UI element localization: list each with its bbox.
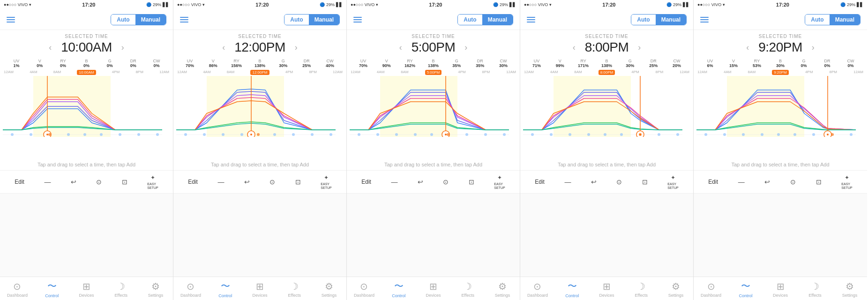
svg-point-19: [184, 133, 187, 136]
nav-devices[interactable]: ⊞ Devices: [248, 281, 271, 298]
auto-button[interactable]: Auto: [631, 15, 655, 25]
time-prev-button[interactable]: ‹: [571, 43, 577, 52]
menu-button[interactable]: [527, 17, 535, 22]
manual-button[interactable]: Manual: [830, 15, 860, 25]
time-prev-button[interactable]: ‹: [744, 43, 751, 52]
edit-button[interactable]: Edit: [708, 179, 718, 185]
nav-control[interactable]: 〜 Control: [561, 280, 584, 298]
edit-button[interactable]: Edit: [188, 179, 198, 185]
nav-settings[interactable]: ⚙ Settings: [665, 281, 687, 298]
nav-dashboard[interactable]: ⊙ Dashboard: [700, 281, 722, 298]
channel-item-4: G 30%: [277, 59, 290, 68]
channel-name-5: DR: [127, 59, 140, 63]
trash-button[interactable]: ⊡: [816, 178, 822, 186]
nav-control[interactable]: 〜 Control: [388, 280, 410, 298]
time-next-button[interactable]: ›: [120, 43, 126, 52]
minus-button[interactable]: —: [564, 178, 571, 186]
nav-dashboard[interactable]: ⊙ Dashboard: [353, 281, 375, 298]
time-next-button[interactable]: ›: [636, 43, 643, 52]
nav-devices[interactable]: ⊞ Devices: [595, 281, 618, 298]
nav-devices[interactable]: ⊞ Devices: [769, 281, 792, 298]
svg-point-7: [48, 133, 51, 136]
time-next-button[interactable]: ›: [293, 43, 299, 52]
time-prev-button[interactable]: ‹: [47, 43, 53, 52]
nav-control[interactable]: 〜 Control: [41, 280, 63, 298]
minus-button[interactable]: —: [391, 178, 397, 186]
nav-effects[interactable]: ☽ Effects: [456, 281, 479, 298]
nav-effects[interactable]: ☽ Effects: [283, 281, 306, 298]
easy-setup-button[interactable]: ✦ EASYSETUP: [321, 174, 331, 189]
chart-area[interactable]: [696, 76, 864, 159]
nav-dashboard[interactable]: ⊙ Dashboard: [6, 281, 29, 298]
undo-button[interactable]: ↩: [244, 178, 250, 186]
time-mark-5: 8PM: [829, 70, 837, 75]
time-mark-4: 4PM: [805, 70, 813, 75]
auto-manual-toggle[interactable]: Auto Manual: [457, 14, 513, 25]
undo-button[interactable]: ↩: [418, 178, 423, 186]
chart-area[interactable]: [523, 76, 690, 159]
nav-devices[interactable]: ⊞ Devices: [422, 281, 444, 298]
easy-setup-button[interactable]: ✦ EASYSETUP: [494, 174, 505, 189]
nav-control[interactable]: 〜 Control: [734, 280, 757, 298]
time-prev-button[interactable]: ‹: [220, 43, 227, 52]
edit-button[interactable]: Edit: [535, 179, 545, 185]
bottom-nav: ⊙ Dashboard 〜 Control ⊞ Devices ☽ Effect…: [694, 277, 867, 300]
nav-devices[interactable]: ⊞ Devices: [75, 281, 97, 298]
easy-setup-button[interactable]: ✦ EASYSETUP: [841, 174, 852, 189]
easy-setup-button[interactable]: ✦ EASYSETUP: [147, 174, 158, 189]
chart-area[interactable]: [350, 76, 517, 159]
undo-button[interactable]: ↩: [591, 178, 597, 186]
play-button[interactable]: ⊙: [269, 178, 275, 186]
menu-button[interactable]: [700, 17, 709, 22]
trash-button[interactable]: ⊡: [295, 178, 301, 186]
auto-button[interactable]: Auto: [111, 15, 135, 25]
nav-effects[interactable]: ☽ Effects: [804, 281, 826, 298]
menu-button[interactable]: [180, 17, 188, 22]
easy-setup-button[interactable]: ✦ EASYSETUP: [667, 174, 678, 189]
play-button[interactable]: ⊙: [443, 178, 449, 186]
nav-control[interactable]: 〜 Control: [214, 280, 237, 298]
play-button[interactable]: ⊙: [616, 178, 622, 186]
auto-button[interactable]: Auto: [284, 15, 308, 25]
channel-item-5: DR 0%: [127, 59, 140, 68]
chart-area[interactable]: [176, 76, 344, 159]
phone-panel-5: ●●○○○ VIVO ▾ 17:20 🔵 29% ▋▋ Auto Manual …: [694, 0, 867, 300]
nav-settings[interactable]: ⚙ Settings: [144, 281, 167, 298]
auto-button[interactable]: Auto: [805, 15, 829, 25]
play-button[interactable]: ⊙: [96, 178, 102, 186]
auto-manual-toggle[interactable]: Auto Manual: [805, 14, 861, 25]
edit-button[interactable]: Edit: [361, 179, 371, 185]
trash-button[interactable]: ⊡: [469, 178, 474, 186]
auto-manual-toggle[interactable]: Auto Manual: [631, 14, 687, 25]
nav-settings[interactable]: ⚙ Settings: [318, 281, 340, 298]
minus-button[interactable]: —: [217, 178, 224, 186]
time-next-button[interactable]: ›: [810, 43, 816, 52]
manual-button[interactable]: Manual: [135, 15, 166, 25]
channel-value-0: 71%: [530, 63, 543, 68]
undo-button[interactable]: ↩: [764, 178, 770, 186]
manual-button[interactable]: Manual: [482, 15, 513, 25]
auto-button[interactable]: Auto: [458, 15, 482, 25]
menu-button[interactable]: [7, 17, 15, 22]
nav-settings[interactable]: ⚙ Settings: [491, 281, 514, 298]
auto-manual-toggle[interactable]: Auto Manual: [284, 14, 340, 25]
nav-effects[interactable]: ☽ Effects: [630, 281, 652, 298]
time-prev-button[interactable]: ‹: [397, 43, 404, 52]
trash-button[interactable]: ⊡: [642, 178, 648, 186]
chart-area[interactable]: [3, 76, 170, 159]
nav-dashboard[interactable]: ⊙ Dashboard: [180, 281, 202, 298]
manual-button[interactable]: Manual: [656, 15, 686, 25]
minus-button[interactable]: —: [44, 178, 51, 186]
menu-button[interactable]: [353, 17, 362, 22]
nav-effects[interactable]: ☽ Effects: [110, 281, 132, 298]
undo-button[interactable]: ↩: [71, 178, 76, 186]
nav-dashboard[interactable]: ⊙ Dashboard: [526, 281, 549, 298]
auto-manual-toggle[interactable]: Auto Manual: [111, 14, 166, 25]
time-next-button[interactable]: ›: [463, 43, 469, 52]
edit-button[interactable]: Edit: [15, 179, 24, 185]
manual-button[interactable]: Manual: [309, 15, 339, 25]
play-button[interactable]: ⊙: [790, 178, 796, 186]
trash-button[interactable]: ⊡: [122, 178, 127, 186]
nav-settings[interactable]: ⚙ Settings: [838, 281, 861, 298]
minus-button[interactable]: —: [738, 178, 745, 186]
